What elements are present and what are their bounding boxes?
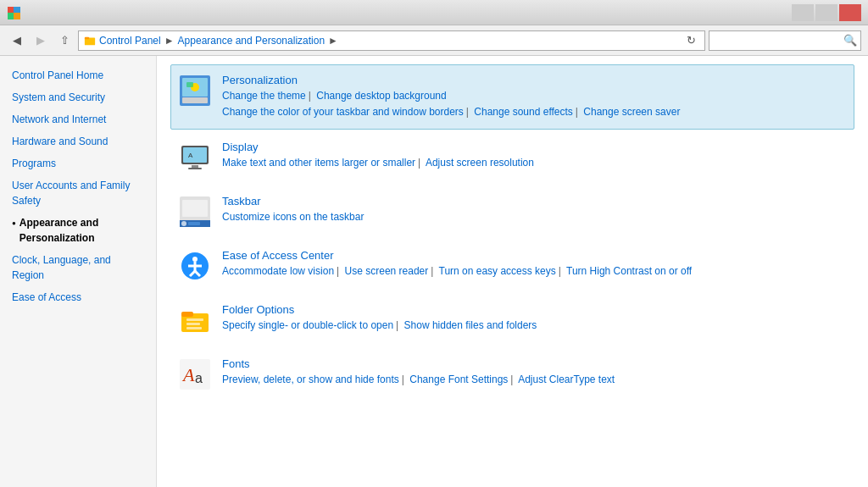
sidebar-item-label: Programs [12, 156, 144, 171]
sidebar-item-network-internet[interactable]: Network and Internet [0, 108, 156, 130]
link-single-double-click[interactable]: Specify single- or double-click to open [222, 319, 393, 331]
sidebar-item-clock-language[interactable]: Clock, Language, and Region [0, 249, 156, 286]
sidebar-item-label: User Accounts and Family Safety [12, 178, 144, 208]
link-change-desktop-bg[interactable]: Change desktop background [316, 90, 446, 102]
category-title-ease-of-access-center[interactable]: Ease of Access Center [222, 249, 847, 262]
category-title-display[interactable]: Display [222, 141, 847, 153]
svg-rect-12 [183, 147, 207, 163]
sidebar-item-label: Control Panel Home [12, 68, 144, 83]
link-change-theme[interactable]: Change the theme [222, 90, 306, 102]
app-icon [7, 6, 20, 19]
sidebar-item-ease-of-access[interactable]: Ease of Access [0, 286, 156, 308]
category-item-personalization[interactable]: Personalization Change the theme| Change… [170, 64, 854, 130]
sidebar-item-system-security[interactable]: System and Security [0, 86, 156, 108]
link-make-text-larger[interactable]: Make text and other items larger or smal… [222, 157, 415, 169]
category-links: Accommodate low vision| Use screen reade… [222, 263, 847, 279]
category-links: Customize icons on the taskbar [222, 209, 847, 225]
category-icon-display: A [178, 141, 212, 174]
svg-rect-19 [188, 222, 200, 225]
breadcrumb-control-panel[interactable]: Control Panel [99, 35, 161, 47]
category-icon-folder-options [178, 303, 212, 337]
navigation-bar: ◀ ▶ ⇧ Control Panel ► Appearance and Per… [0, 25, 868, 56]
back-button[interactable]: ◀ [7, 30, 27, 51]
svg-text:A: A [188, 152, 193, 159]
link-turn-on-easy-access[interactable]: Turn on easy access keys [439, 265, 556, 277]
folder-icon [84, 35, 96, 47]
category-links: Specify single- or double-click to open|… [222, 318, 847, 334]
category-item-folder-options[interactable]: Folder Options Specify single- or double… [170, 294, 854, 346]
link-change-color[interactable]: Change the color of your taskbar and win… [222, 106, 464, 118]
sidebar-item-label: Network and Internet [12, 112, 144, 127]
svg-rect-31 [186, 327, 202, 329]
svg-rect-0 [8, 7, 14, 14]
search-bar: 🔍 [709, 30, 861, 51]
search-input[interactable] [713, 35, 840, 47]
category-icon-ease-of-access-center [178, 249, 212, 283]
sidebar-item-label: Appearance and Personalization [19, 215, 144, 246]
svg-rect-8 [182, 97, 208, 103]
svg-rect-10 [186, 82, 193, 87]
category-content-taskbar: Taskbar Customize icons on the taskbar [222, 195, 847, 225]
category-links: Preview, delete, or show and hide fonts|… [222, 372, 847, 388]
category-icon-fonts: A a [178, 357, 212, 391]
link-show-hidden-files[interactable]: Show hidden files and folders [404, 319, 537, 331]
category-icon-personalization [178, 74, 212, 108]
svg-rect-29 [186, 318, 203, 321]
sidebar-item-hardware-sound[interactable]: Hardware and Sound [0, 130, 156, 152]
breadcrumb-appearance[interactable]: Appearance and Personalization [178, 35, 325, 47]
link-use-screen-reader[interactable]: Use screen reader [345, 265, 429, 277]
category-content-personalization: Personalization Change the theme| Change… [222, 74, 847, 120]
sidebar-item-control-panel-home[interactable]: Control Panel Home [0, 64, 156, 86]
category-links: Change the theme| Change desktop backgro… [222, 88, 847, 120]
svg-rect-5 [85, 36, 89, 39]
breadcrumb: Control Panel ► Appearance and Personali… [84, 35, 679, 47]
svg-rect-3 [14, 13, 20, 19]
sidebar-item-programs[interactable]: Programs [0, 152, 156, 174]
search-button[interactable]: 🔍 [843, 33, 857, 48]
category-item-ease-of-access-center[interactable]: Ease of Access Center Accommodate low vi… [170, 240, 854, 292]
link-accommodate-low-vision[interactable]: Accommodate low vision [222, 265, 334, 277]
forward-button[interactable]: ▶ [31, 30, 51, 51]
sidebar-item-appearance-personalization[interactable]: ●Appearance and Personalization [0, 212, 156, 249]
category-item-display[interactable]: A Display Make text and other items larg… [170, 131, 854, 184]
category-item-fonts[interactable]: A a Fonts Preview, delete, or show and h… [170, 348, 854, 401]
category-title-folder-options[interactable]: Folder Options [222, 303, 847, 316]
window-controls [792, 4, 861, 21]
svg-rect-20 [182, 200, 208, 217]
category-content-folder-options: Folder Options Specify single- or double… [222, 303, 847, 334]
sidebar-item-label: Hardware and Sound [12, 134, 144, 149]
refresh-button[interactable]: ↻ [682, 32, 699, 49]
link-adjust-resolution[interactable]: Adjust screen resolution [426, 157, 534, 169]
svg-text:a: a [195, 371, 203, 385]
sidebar-item-label: Ease of Access [12, 290, 144, 305]
category-item-taskbar[interactable]: Taskbar Customize icons on the taskbar [170, 185, 854, 238]
sidebar-item-label: Clock, Language, and Region [12, 252, 144, 283]
up-button[interactable]: ⇧ [54, 30, 75, 51]
link-change-sound[interactable]: Change sound effects [474, 106, 573, 118]
content-area: Personalization Change the theme| Change… [157, 56, 868, 487]
link-preview-fonts[interactable]: Preview, delete, or show and hide fonts [222, 374, 399, 385]
svg-text:A: A [181, 364, 195, 385]
category-links: Make text and other items larger or smal… [222, 155, 847, 171]
close-button[interactable] [839, 4, 861, 21]
restore-button[interactable] [815, 4, 837, 21]
link-adjust-cleartype[interactable]: Adjust ClearType text [518, 374, 615, 385]
active-bullet: ● [12, 219, 16, 229]
link-change-screensaver[interactable]: Change screen saver [583, 106, 680, 118]
sidebar-item-user-accounts[interactable]: User Accounts and Family Safety [0, 174, 156, 212]
category-title-fonts[interactable]: Fonts [222, 357, 847, 370]
link-customize-icons[interactable]: Customize icons on the taskbar [222, 211, 364, 223]
title-bar [0, 0, 868, 25]
link-high-contrast[interactable]: Turn High Contrast on or off [566, 265, 692, 277]
category-title-taskbar[interactable]: Taskbar [222, 195, 847, 208]
category-content-fonts: Fonts Preview, delete, or show and hide … [222, 357, 847, 388]
svg-point-18 [181, 221, 186, 226]
category-icon-taskbar [178, 195, 212, 229]
category-content-ease-of-access-center: Ease of Access Center Accommodate low vi… [222, 249, 847, 279]
svg-rect-14 [188, 168, 202, 169]
sidebar: Control Panel HomeSystem and SecurityNet… [0, 56, 157, 487]
address-bar: Control Panel ► Appearance and Personali… [78, 30, 705, 51]
link-change-font-settings[interactable]: Change Font Settings [409, 374, 508, 385]
minimize-button[interactable] [792, 4, 814, 21]
category-title-personalization[interactable]: Personalization [222, 74, 847, 86]
